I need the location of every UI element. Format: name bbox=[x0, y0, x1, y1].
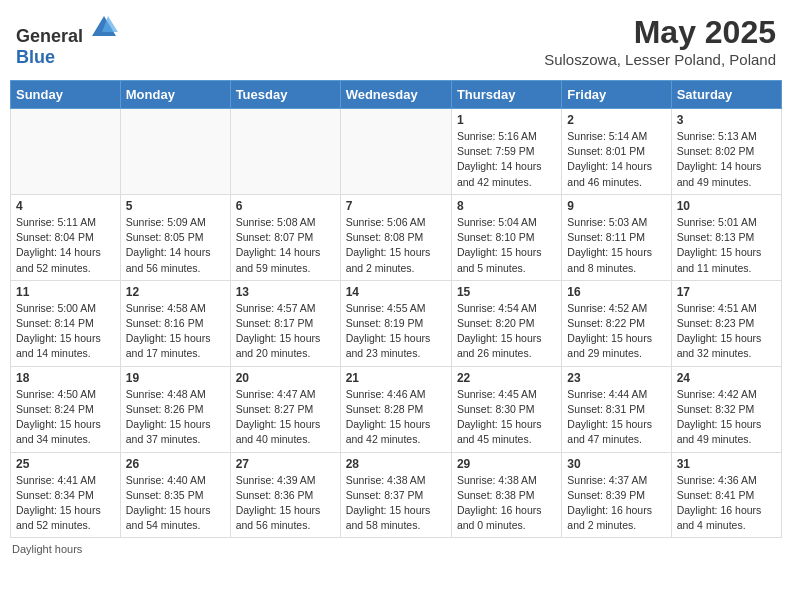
day-info: Sunrise: 4:57 AMSunset: 8:17 PMDaylight:… bbox=[236, 301, 335, 362]
day-info: Sunrise: 4:50 AMSunset: 8:24 PMDaylight:… bbox=[16, 387, 115, 448]
weekday-header-saturday: Saturday bbox=[671, 81, 781, 109]
calendar-cell: 1Sunrise: 5:16 AMSunset: 7:59 PMDaylight… bbox=[451, 109, 561, 195]
calendar-cell: 18Sunrise: 4:50 AMSunset: 8:24 PMDayligh… bbox=[11, 366, 121, 452]
calendar-cell: 19Sunrise: 4:48 AMSunset: 8:26 PMDayligh… bbox=[120, 366, 230, 452]
day-info: Sunrise: 4:45 AMSunset: 8:30 PMDaylight:… bbox=[457, 387, 556, 448]
day-number: 3 bbox=[677, 113, 776, 127]
calendar-cell: 30Sunrise: 4:37 AMSunset: 8:39 PMDayligh… bbox=[562, 452, 671, 538]
week-row-5: 25Sunrise: 4:41 AMSunset: 8:34 PMDayligh… bbox=[11, 452, 782, 538]
day-info: Sunrise: 5:01 AMSunset: 8:13 PMDaylight:… bbox=[677, 215, 776, 276]
week-row-4: 18Sunrise: 4:50 AMSunset: 8:24 PMDayligh… bbox=[11, 366, 782, 452]
calendar-cell: 4Sunrise: 5:11 AMSunset: 8:04 PMDaylight… bbox=[11, 194, 121, 280]
calendar-cell: 10Sunrise: 5:01 AMSunset: 8:13 PMDayligh… bbox=[671, 194, 781, 280]
calendar-cell: 2Sunrise: 5:14 AMSunset: 8:01 PMDaylight… bbox=[562, 109, 671, 195]
day-number: 2 bbox=[567, 113, 665, 127]
day-number: 26 bbox=[126, 457, 225, 471]
day-info: Sunrise: 4:46 AMSunset: 8:28 PMDaylight:… bbox=[346, 387, 446, 448]
weekday-header-wednesday: Wednesday bbox=[340, 81, 451, 109]
logo-blue: Blue bbox=[16, 47, 55, 67]
week-row-3: 11Sunrise: 5:00 AMSunset: 8:14 PMDayligh… bbox=[11, 280, 782, 366]
day-info: Sunrise: 4:39 AMSunset: 8:36 PMDaylight:… bbox=[236, 473, 335, 534]
day-info: Sunrise: 5:04 AMSunset: 8:10 PMDaylight:… bbox=[457, 215, 556, 276]
calendar-cell: 24Sunrise: 4:42 AMSunset: 8:32 PMDayligh… bbox=[671, 366, 781, 452]
day-number: 5 bbox=[126, 199, 225, 213]
day-number: 15 bbox=[457, 285, 556, 299]
weekday-header-row: SundayMondayTuesdayWednesdayThursdayFrid… bbox=[11, 81, 782, 109]
day-number: 10 bbox=[677, 199, 776, 213]
calendar-location: Suloszowa, Lesser Poland, Poland bbox=[544, 51, 776, 68]
day-info: Sunrise: 4:44 AMSunset: 8:31 PMDaylight:… bbox=[567, 387, 665, 448]
day-number: 19 bbox=[126, 371, 225, 385]
day-info: Sunrise: 4:42 AMSunset: 8:32 PMDaylight:… bbox=[677, 387, 776, 448]
weekday-header-tuesday: Tuesday bbox=[230, 81, 340, 109]
day-info: Sunrise: 4:55 AMSunset: 8:19 PMDaylight:… bbox=[346, 301, 446, 362]
day-info: Sunrise: 4:48 AMSunset: 8:26 PMDaylight:… bbox=[126, 387, 225, 448]
calendar-cell bbox=[120, 109, 230, 195]
calendar-cell bbox=[340, 109, 451, 195]
calendar-cell: 8Sunrise: 5:04 AMSunset: 8:10 PMDaylight… bbox=[451, 194, 561, 280]
day-number: 13 bbox=[236, 285, 335, 299]
day-number: 8 bbox=[457, 199, 556, 213]
page-header: General Blue May 2025 Suloszowa, Lesser … bbox=[10, 10, 782, 72]
calendar-cell: 17Sunrise: 4:51 AMSunset: 8:23 PMDayligh… bbox=[671, 280, 781, 366]
week-row-1: 1Sunrise: 5:16 AMSunset: 7:59 PMDaylight… bbox=[11, 109, 782, 195]
day-info: Sunrise: 5:14 AMSunset: 8:01 PMDaylight:… bbox=[567, 129, 665, 190]
calendar-cell: 16Sunrise: 4:52 AMSunset: 8:22 PMDayligh… bbox=[562, 280, 671, 366]
day-number: 20 bbox=[236, 371, 335, 385]
calendar-cell: 12Sunrise: 4:58 AMSunset: 8:16 PMDayligh… bbox=[120, 280, 230, 366]
calendar-cell: 29Sunrise: 4:38 AMSunset: 8:38 PMDayligh… bbox=[451, 452, 561, 538]
day-info: Sunrise: 4:41 AMSunset: 8:34 PMDaylight:… bbox=[16, 473, 115, 534]
day-number: 28 bbox=[346, 457, 446, 471]
day-number: 27 bbox=[236, 457, 335, 471]
day-number: 9 bbox=[567, 199, 665, 213]
calendar-cell: 21Sunrise: 4:46 AMSunset: 8:28 PMDayligh… bbox=[340, 366, 451, 452]
week-row-2: 4Sunrise: 5:11 AMSunset: 8:04 PMDaylight… bbox=[11, 194, 782, 280]
day-info: Sunrise: 5:13 AMSunset: 8:02 PMDaylight:… bbox=[677, 129, 776, 190]
day-number: 1 bbox=[457, 113, 556, 127]
day-info: Sunrise: 5:11 AMSunset: 8:04 PMDaylight:… bbox=[16, 215, 115, 276]
day-info: Sunrise: 5:09 AMSunset: 8:05 PMDaylight:… bbox=[126, 215, 225, 276]
day-number: 31 bbox=[677, 457, 776, 471]
calendar-cell: 27Sunrise: 4:39 AMSunset: 8:36 PMDayligh… bbox=[230, 452, 340, 538]
day-info: Sunrise: 5:06 AMSunset: 8:08 PMDaylight:… bbox=[346, 215, 446, 276]
calendar-table: SundayMondayTuesdayWednesdayThursdayFrid… bbox=[10, 80, 782, 538]
day-number: 25 bbox=[16, 457, 115, 471]
day-number: 6 bbox=[236, 199, 335, 213]
calendar-cell: 5Sunrise: 5:09 AMSunset: 8:05 PMDaylight… bbox=[120, 194, 230, 280]
day-number: 12 bbox=[126, 285, 225, 299]
day-info: Sunrise: 4:38 AMSunset: 8:38 PMDaylight:… bbox=[457, 473, 556, 534]
day-info: Sunrise: 4:54 AMSunset: 8:20 PMDaylight:… bbox=[457, 301, 556, 362]
day-info: Sunrise: 4:51 AMSunset: 8:23 PMDaylight:… bbox=[677, 301, 776, 362]
title-block: May 2025 Suloszowa, Lesser Poland, Polan… bbox=[544, 14, 776, 68]
weekday-header-friday: Friday bbox=[562, 81, 671, 109]
day-number: 23 bbox=[567, 371, 665, 385]
day-number: 30 bbox=[567, 457, 665, 471]
calendar-cell: 23Sunrise: 4:44 AMSunset: 8:31 PMDayligh… bbox=[562, 366, 671, 452]
weekday-header-thursday: Thursday bbox=[451, 81, 561, 109]
calendar-cell: 20Sunrise: 4:47 AMSunset: 8:27 PMDayligh… bbox=[230, 366, 340, 452]
day-info: Sunrise: 5:08 AMSunset: 8:07 PMDaylight:… bbox=[236, 215, 335, 276]
day-number: 29 bbox=[457, 457, 556, 471]
day-number: 11 bbox=[16, 285, 115, 299]
day-info: Sunrise: 4:37 AMSunset: 8:39 PMDaylight:… bbox=[567, 473, 665, 534]
calendar-cell: 9Sunrise: 5:03 AMSunset: 8:11 PMDaylight… bbox=[562, 194, 671, 280]
logo-general: General bbox=[16, 26, 83, 46]
calendar-cell: 25Sunrise: 4:41 AMSunset: 8:34 PMDayligh… bbox=[11, 452, 121, 538]
day-info: Sunrise: 4:52 AMSunset: 8:22 PMDaylight:… bbox=[567, 301, 665, 362]
calendar-cell: 11Sunrise: 5:00 AMSunset: 8:14 PMDayligh… bbox=[11, 280, 121, 366]
day-info: Sunrise: 4:47 AMSunset: 8:27 PMDaylight:… bbox=[236, 387, 335, 448]
day-info: Sunrise: 5:00 AMSunset: 8:14 PMDaylight:… bbox=[16, 301, 115, 362]
day-number: 22 bbox=[457, 371, 556, 385]
day-number: 21 bbox=[346, 371, 446, 385]
day-info: Sunrise: 5:03 AMSunset: 8:11 PMDaylight:… bbox=[567, 215, 665, 276]
calendar-cell: 28Sunrise: 4:38 AMSunset: 8:37 PMDayligh… bbox=[340, 452, 451, 538]
day-number: 16 bbox=[567, 285, 665, 299]
calendar-cell: 13Sunrise: 4:57 AMSunset: 8:17 PMDayligh… bbox=[230, 280, 340, 366]
day-info: Sunrise: 4:58 AMSunset: 8:16 PMDaylight:… bbox=[126, 301, 225, 362]
day-number: 18 bbox=[16, 371, 115, 385]
day-info: Sunrise: 5:16 AMSunset: 7:59 PMDaylight:… bbox=[457, 129, 556, 190]
calendar-cell: 14Sunrise: 4:55 AMSunset: 8:19 PMDayligh… bbox=[340, 280, 451, 366]
calendar-cell: 15Sunrise: 4:54 AMSunset: 8:20 PMDayligh… bbox=[451, 280, 561, 366]
weekday-header-monday: Monday bbox=[120, 81, 230, 109]
day-number: 4 bbox=[16, 199, 115, 213]
